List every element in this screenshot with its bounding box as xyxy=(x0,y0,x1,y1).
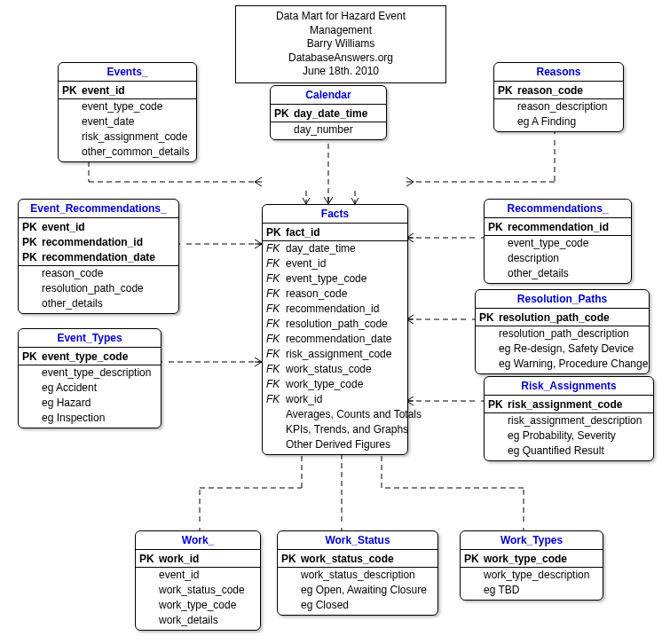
title-line-3: DatabaseAnswers.org xyxy=(245,51,437,66)
svg-point-13 xyxy=(476,235,481,240)
svg-point-27 xyxy=(521,522,526,528)
svg-point-15 xyxy=(467,317,472,322)
entity-recommendations: Recommendations_ PKrecommendation_id eve… xyxy=(484,199,632,284)
svg-point-11 xyxy=(162,359,168,365)
title-line-2: Barry Williams xyxy=(245,37,437,51)
entity-calendar: Calendar PKday_date_time day_number xyxy=(270,85,387,140)
entity-body: PKevent_id event_type_code event_date ri… xyxy=(59,82,196,161)
entity-work: Work_ PKwork_id event_id work_status_cod… xyxy=(135,530,261,631)
svg-point-21 xyxy=(197,522,202,528)
entity-events: Events_ PKevent_id event_type_code event… xyxy=(58,62,197,162)
svg-point-7 xyxy=(552,134,557,139)
entity-work-types: Work_Types PKwork_type_code work_type_de… xyxy=(460,530,603,601)
entity-risk-assignments: Risk_Assignments PKrisk_assignment_code … xyxy=(484,376,654,461)
diagram-title-box: Data Mart for Hazard Event Management Ba… xyxy=(235,5,446,83)
title-line-1: Data Mart for Hazard Event Management xyxy=(245,10,437,37)
svg-point-9 xyxy=(180,241,185,247)
title-line-4: June 18th. 2010 xyxy=(245,65,437,79)
svg-point-23 xyxy=(339,522,344,528)
entity-reasons: Reasons PKreason_code reason_description… xyxy=(493,62,624,132)
entity-facts: Facts PKfact_id FKday_date_time FKevent_… xyxy=(262,204,408,455)
entity-title: Calendar xyxy=(271,86,386,105)
entity-work-status: Work_Status PKwork_status_code work_stat… xyxy=(277,530,438,616)
entity-event-recommendations: Event_Recommendations_ PKevent_id PKreco… xyxy=(18,199,179,314)
entity-resolution-paths: Resolution_Paths PKresolution_path_code … xyxy=(475,289,650,374)
entity-event-types: Event_Types PKevent_type_code event_type… xyxy=(18,328,162,428)
svg-point-17 xyxy=(476,398,481,404)
entity-title: Events_ xyxy=(59,63,196,82)
